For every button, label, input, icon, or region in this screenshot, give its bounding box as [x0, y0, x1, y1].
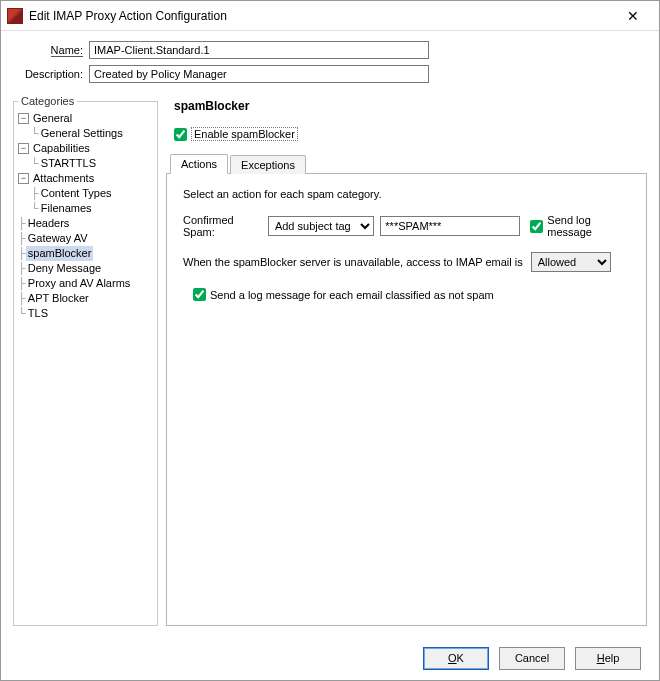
tree-node-deny-message[interactable]: ├ Deny Message	[18, 261, 153, 276]
enable-spamblocker-row: Enable spamBlocker	[174, 127, 647, 141]
ok-button[interactable]: OK	[423, 647, 489, 670]
categories-legend: Categories	[18, 95, 77, 107]
not-spam-log-label: Send a log message for each email classi…	[210, 289, 494, 301]
cancel-button[interactable]: Cancel	[499, 647, 565, 670]
send-log-row: Send log message	[530, 214, 630, 238]
not-spam-log-row: Send a log message for each email classi…	[193, 288, 494, 301]
tree-node-gateway-av[interactable]: ├ Gateway AV	[18, 231, 153, 246]
name-label: Name:	[19, 44, 89, 57]
tab-actions[interactable]: Actions	[170, 154, 228, 174]
tab-exceptions[interactable]: Exceptions	[230, 155, 306, 174]
tabs: Actions Exceptions Select an action for …	[166, 153, 647, 626]
tree-node-proxy-av-alarms[interactable]: ├ Proxy and AV Alarms	[18, 276, 153, 291]
collapse-icon[interactable]: −	[18, 143, 29, 154]
name-input[interactable]	[89, 41, 429, 59]
confirmed-spam-action-select[interactable]: Add subject tag	[268, 216, 374, 236]
tree-connector-icon: └	[18, 306, 26, 321]
close-icon: ✕	[627, 8, 639, 24]
header-form: Name: Description:	[1, 31, 659, 95]
tree-node-tls[interactable]: └ TLS	[18, 306, 153, 321]
tree-node-spamblocker[interactable]: ├ spamBlocker	[18, 246, 153, 261]
categories-fieldset: Categories − General └ General Settings …	[13, 95, 158, 626]
actions-hint: Select an action for each spam category.	[183, 188, 630, 200]
send-log-checkbox[interactable]	[530, 220, 543, 233]
tree-node-starttls[interactable]: └ STARTTLS	[18, 156, 153, 171]
panel-title: spamBlocker	[174, 99, 647, 113]
settings-pane: spamBlocker Enable spamBlocker Actions E…	[166, 95, 647, 626]
dialog-window: Edit IMAP Proxy Action Configuration ✕ N…	[0, 0, 660, 681]
unavailable-select[interactable]: Allowed	[531, 252, 611, 272]
tree-connector-icon: └	[31, 126, 39, 141]
description-label: Description:	[19, 68, 89, 80]
collapse-icon[interactable]: −	[18, 113, 29, 124]
tree-connector-icon: ├	[18, 231, 26, 246]
tree-connector-icon: ├	[18, 291, 26, 306]
tab-actions-body: Select an action for each spam category.…	[166, 173, 647, 626]
unavailable-row: When the spamBlocker server is unavailab…	[183, 252, 630, 272]
enable-spamblocker-label: Enable spamBlocker	[191, 127, 298, 141]
send-log-label: Send log message	[547, 214, 630, 238]
enable-spamblocker-checkbox[interactable]	[174, 128, 187, 141]
tree-node-general[interactable]: − General	[18, 111, 153, 126]
tree-connector-icon: ├	[18, 246, 26, 261]
categories-tree: − General └ General Settings − Capabilit…	[18, 111, 153, 321]
titlebar: Edit IMAP Proxy Action Configuration ✕	[1, 1, 659, 31]
confirmed-spam-tag-input[interactable]	[380, 216, 520, 236]
tree-node-filenames[interactable]: └ Filenames	[18, 201, 153, 216]
description-input[interactable]	[89, 65, 429, 83]
tree-connector-icon: ├	[31, 186, 39, 201]
app-icon	[7, 8, 23, 24]
help-button[interactable]: Help	[575, 647, 641, 670]
tree-node-general-settings[interactable]: └ General Settings	[18, 126, 153, 141]
tree-node-headers[interactable]: ├ Headers	[18, 216, 153, 231]
tree-connector-icon: └	[31, 201, 39, 216]
tree-node-attachments[interactable]: − Attachments	[18, 171, 153, 186]
tree-connector-icon: └	[31, 156, 39, 171]
tree-node-capabilities[interactable]: − Capabilities	[18, 141, 153, 156]
confirmed-spam-label: Confirmed Spam:	[183, 214, 262, 238]
collapse-icon[interactable]: −	[18, 173, 29, 184]
dialog-footer: OK Cancel Help	[1, 636, 659, 680]
body: Categories − General └ General Settings …	[1, 95, 659, 636]
tree-connector-icon: ├	[18, 261, 26, 276]
unavailable-text: When the spamBlocker server is unavailab…	[183, 256, 523, 268]
tabstrip: Actions Exceptions	[166, 153, 647, 173]
tree-node-apt-blocker[interactable]: ├ APT Blocker	[18, 291, 153, 306]
tree-connector-icon: ├	[18, 216, 26, 231]
close-button[interactable]: ✕	[613, 2, 653, 30]
window-title: Edit IMAP Proxy Action Configuration	[29, 9, 613, 23]
tree-connector-icon: ├	[18, 276, 26, 291]
confirmed-spam-row: Confirmed Spam: Add subject tag Send log…	[183, 214, 630, 238]
tree-node-content-types[interactable]: ├ Content Types	[18, 186, 153, 201]
not-spam-log-checkbox[interactable]	[193, 288, 206, 301]
